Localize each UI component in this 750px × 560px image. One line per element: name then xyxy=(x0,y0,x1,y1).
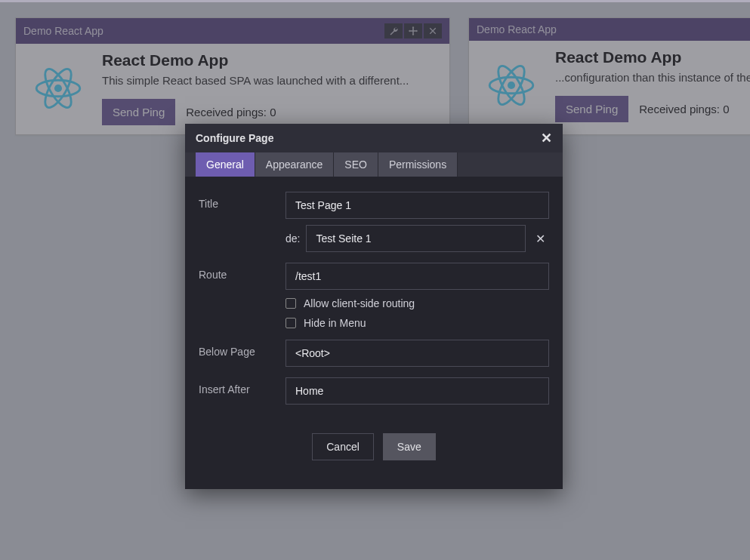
modal-header: Configure Page ✕ xyxy=(185,124,563,152)
route-label: Route xyxy=(199,263,278,281)
allow-routing-checkbox[interactable] xyxy=(285,298,296,309)
remove-locale-icon[interactable]: ✕ xyxy=(532,232,549,246)
tab-general[interactable]: General xyxy=(196,152,255,177)
tab-appearance[interactable]: Appearance xyxy=(255,152,335,177)
title-input[interactable] xyxy=(285,192,549,219)
title-de-input[interactable] xyxy=(306,225,526,252)
title-de-row: de: ✕ xyxy=(285,225,549,252)
save-button[interactable]: Save xyxy=(383,433,436,460)
tab-seo[interactable]: SEO xyxy=(334,152,378,177)
tab-permissions[interactable]: Permissions xyxy=(378,152,458,177)
modal-footer: Cancel Save xyxy=(199,415,549,482)
below-page-label: Below Page xyxy=(199,340,278,358)
insert-after-input[interactable] xyxy=(285,377,549,405)
cancel-button[interactable]: Cancel xyxy=(312,433,374,460)
hide-menu-row: Hide in Menu xyxy=(285,317,549,329)
de-prefix-label: de: xyxy=(285,232,300,245)
below-page-input[interactable] xyxy=(285,340,549,367)
insert-after-label: Insert After xyxy=(199,377,278,395)
close-icon[interactable]: ✕ xyxy=(541,131,552,145)
route-input[interactable] xyxy=(285,263,549,290)
modal-tabs: General Appearance SEO Permissions xyxy=(185,152,563,177)
hide-menu-checkbox[interactable] xyxy=(285,318,296,328)
modal-body: Title de: ✕ Route Allow client-side rout… xyxy=(185,177,563,489)
title-row: Title de: ✕ xyxy=(199,192,549,252)
configure-page-modal: Configure Page ✕ General Appearance SEO … xyxy=(185,124,563,489)
allow-routing-label[interactable]: Allow client-side routing xyxy=(304,297,415,309)
below-page-row: Below Page xyxy=(199,340,549,367)
route-row: Route Allow client-side routing Hide in … xyxy=(199,263,549,329)
hide-menu-label[interactable]: Hide in Menu xyxy=(304,317,366,329)
allow-routing-row: Allow client-side routing xyxy=(285,297,549,309)
insert-after-row: Insert After xyxy=(199,377,549,405)
modal-title: Configure Page xyxy=(196,132,273,144)
title-label: Title xyxy=(199,192,278,210)
